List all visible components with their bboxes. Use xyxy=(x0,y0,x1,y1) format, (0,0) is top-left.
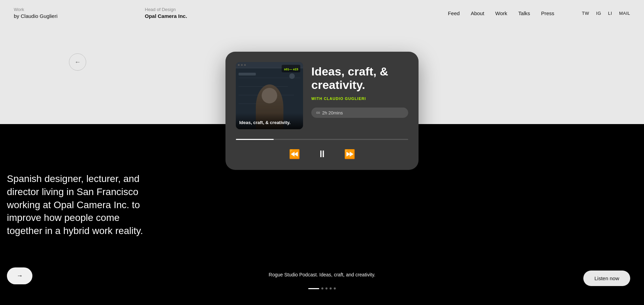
rewind-button[interactable] xyxy=(289,149,300,160)
pause-icon xyxy=(317,148,327,160)
rewind-icon xyxy=(289,149,300,160)
dot-1 xyxy=(321,287,323,289)
dots-indicator xyxy=(308,287,336,289)
back-button[interactable]: ← xyxy=(69,53,86,71)
dot-active xyxy=(308,288,319,289)
episode-badge: s01— e23 xyxy=(284,68,298,71)
nav-work[interactable]: Work xyxy=(495,10,507,16)
cta-arrow-icon: → xyxy=(17,272,23,279)
back-arrow-icon: ← xyxy=(74,59,81,66)
header-work-label: Work xyxy=(14,7,103,13)
dot-red xyxy=(238,64,240,66)
nav-press[interactable]: Press xyxy=(541,10,554,16)
social-instagram[interactable]: IG xyxy=(596,11,601,16)
player-card: s01— e23 Ideas, craft, & creativity. Ide… xyxy=(225,52,419,170)
header-center: Head of Design Opal Camera Inc. xyxy=(145,7,187,19)
dot-yellow xyxy=(241,64,243,66)
progress-track[interactable] xyxy=(236,139,408,140)
player-duration: 2h 20mins xyxy=(322,110,343,115)
progress-fill xyxy=(236,139,274,140)
nav-about[interactable]: About xyxy=(471,10,484,16)
dot-green xyxy=(244,64,246,66)
header-left: Work by Claudio Guglieri xyxy=(14,7,103,19)
podcast-caption: Rogue Studio Podcast. Ideas, craft, and … xyxy=(269,272,375,277)
thumbnail-title: Ideas, craft, & creativity. xyxy=(239,120,300,126)
cta-button[interactable]: → xyxy=(7,267,32,284)
svg-point-5 xyxy=(289,73,295,79)
listen-button[interactable]: Listen now xyxy=(583,271,630,286)
forward-icon xyxy=(344,149,355,160)
forward-button[interactable] xyxy=(344,149,355,160)
header-name: by Claudio Guglieri xyxy=(14,13,103,20)
dot-2 xyxy=(325,287,328,289)
player-host: WITH CLAUDIO GUGLIERI xyxy=(311,96,408,101)
player-info: Ideas, craft, & creativity. WITH CLAUDIO… xyxy=(311,62,408,129)
bio-text: Spanish designer, lecturer, and director… xyxy=(7,172,155,237)
header-social: TW IG LI MAIL xyxy=(582,11,630,16)
player-title: Ideas, craft, & creativity. xyxy=(311,65,408,92)
header-nav: Feed About Work Talks Press xyxy=(448,10,554,16)
nav-talks[interactable]: Talks xyxy=(518,10,530,16)
pause-button[interactable] xyxy=(317,148,327,160)
svg-rect-4 xyxy=(239,73,256,75)
dot-3 xyxy=(330,287,332,289)
header: Work by Claudio Guglieri Head of Design … xyxy=(0,0,644,26)
header-company: Opal Camera Inc. xyxy=(145,13,187,20)
dot-4 xyxy=(334,287,336,289)
infinity-icon: ∞ xyxy=(316,110,320,116)
player-controls xyxy=(236,148,408,160)
thumbnail-screenshot: s01— e23 Ideas, craft, & creativity. xyxy=(236,62,303,129)
social-mail[interactable]: MAIL xyxy=(619,11,630,16)
social-twitter[interactable]: TW xyxy=(582,11,589,16)
player-duration-badge: ∞ 2h 20mins xyxy=(311,108,408,118)
nav-feed[interactable]: Feed xyxy=(448,10,460,16)
header-role-label: Head of Design xyxy=(145,7,187,13)
player-progress[interactable] xyxy=(236,139,408,140)
player-thumbnail: s01— e23 Ideas, craft, & creativity. xyxy=(236,62,303,129)
social-linkedin[interactable]: LI xyxy=(608,11,612,16)
player-top: s01— e23 Ideas, craft, & creativity. Ide… xyxy=(236,62,408,129)
